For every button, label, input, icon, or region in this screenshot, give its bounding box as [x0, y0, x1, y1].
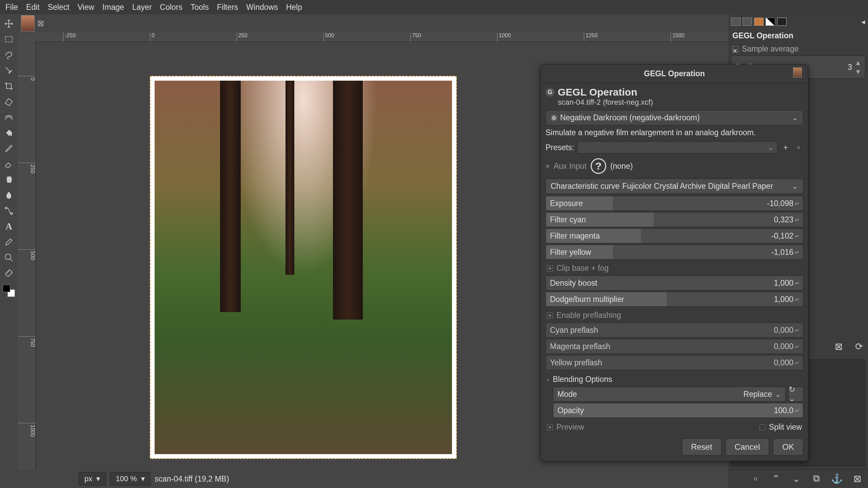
- spinner-icon[interactable]: ▴▾: [795, 323, 801, 337]
- operation-select[interactable]: G Negative Darkroom (negative-darkroom) …: [546, 110, 803, 125]
- dock-icon[interactable]: [754, 18, 764, 26]
- new-icon[interactable]: ▫: [750, 473, 761, 484]
- menu-help[interactable]: Help: [282, 1, 306, 14]
- up-icon[interactable]: ⌃: [770, 473, 781, 484]
- dock-icon[interactable]: [743, 18, 752, 26]
- spinner-icon[interactable]: ▴▾: [795, 196, 801, 210]
- anchor-icon[interactable]: ⚓: [831, 473, 842, 484]
- dock-icon[interactable]: [766, 18, 775, 26]
- paintbrush-tool-icon[interactable]: [2, 142, 16, 155]
- sample-average-label: Sample average: [742, 44, 864, 54]
- reset-button[interactable]: Reset: [682, 439, 722, 455]
- enable-preflash-checkbox[interactable]: ×Enable preflashing: [546, 308, 803, 323]
- slider-value: 0,000: [774, 342, 793, 351]
- color-picker-tool-icon[interactable]: [2, 235, 16, 249]
- mode-switch-button[interactable]: ↻ ⌄: [788, 387, 803, 402]
- curve-select[interactable]: Characteristic curve Fujicolor Crystal A…: [546, 179, 803, 194]
- clip-base-checkbox[interactable]: ×Clip base + fog: [546, 261, 803, 276]
- tab-close-icon[interactable]: ⊠: [37, 19, 44, 28]
- save-preset-icon[interactable]: ▫: [794, 143, 803, 152]
- zoom-tool-icon[interactable]: [2, 251, 16, 264]
- zoom-select[interactable]: 100 % ▾: [110, 472, 151, 486]
- free-select-tool-icon[interactable]: [2, 48, 16, 62]
- ruler-tick: 1000: [18, 423, 36, 437]
- menu-tools[interactable]: Tools: [186, 1, 213, 14]
- spinner-icon[interactable]: ▴▾: [795, 292, 801, 306]
- menu-edit[interactable]: Edit: [22, 1, 44, 14]
- ruler-vertical[interactable]: 0 250 500 750 1000: [18, 42, 36, 470]
- rect-select-tool-icon[interactable]: [2, 33, 16, 46]
- eraser-tool-icon[interactable]: [2, 157, 16, 171]
- exposure-slider[interactable]: Exposure-10,098▴▾: [546, 196, 803, 211]
- canvas-image[interactable]: [150, 76, 457, 459]
- blending-section[interactable]: -Blending Options: [546, 371, 803, 385]
- smudge-tool-icon[interactable]: [2, 188, 16, 202]
- checkbox-icon[interactable]: ×: [732, 46, 738, 52]
- warp-tool-icon[interactable]: [2, 110, 16, 124]
- bucket-fill-tool-icon[interactable]: [2, 126, 16, 140]
- presets-combo[interactable]: ⌄: [577, 141, 777, 154]
- cancel-button[interactable]: Cancel: [726, 439, 769, 455]
- menu-layer[interactable]: Layer: [128, 1, 156, 14]
- ruler-horizontal[interactable]: -250 0 250 500 750 1000 1250 1500: [36, 33, 728, 42]
- spinner-icon[interactable]: ▴▾: [795, 212, 801, 227]
- color-swatch[interactable]: [3, 285, 15, 297]
- ok-button[interactable]: OK: [773, 439, 803, 455]
- checkbox-icon[interactable]: ×: [547, 265, 553, 271]
- menu-image[interactable]: Image: [98, 1, 128, 14]
- spinner-icon[interactable]: ▴▾: [795, 229, 801, 243]
- filter-yellow-slider[interactable]: Filter yellow-1,016▴▾: [546, 245, 803, 260]
- sample-average-row[interactable]: × Sample average: [728, 42, 868, 56]
- path-tool-icon[interactable]: [2, 204, 16, 218]
- opacity-slider[interactable]: Opacity100,0▴▾: [553, 403, 803, 418]
- delete-icon[interactable]: ⊠: [852, 473, 863, 484]
- transform-tool-icon[interactable]: [2, 95, 16, 108]
- preview-checkbox[interactable]: ×: [547, 424, 553, 430]
- dock-icon[interactable]: [731, 18, 741, 26]
- menu-file[interactable]: File: [1, 1, 22, 14]
- add-preset-icon[interactable]: +: [781, 143, 790, 152]
- density-boost-slider[interactable]: Density boost1,000▴▾: [546, 276, 803, 290]
- spinner-icon[interactable]: ▴▾: [795, 403, 801, 418]
- mode-combo[interactable]: ModeReplace⌄: [553, 387, 786, 402]
- filter-cyan-slider[interactable]: Filter cyan0,323▴▾: [546, 212, 803, 227]
- text-tool-icon[interactable]: A: [2, 220, 16, 233]
- spinner-icon[interactable]: ▴▾: [795, 355, 801, 370]
- collapse-icon[interactable]: -: [547, 375, 549, 384]
- fuzzy-select-tool-icon[interactable]: [2, 64, 16, 77]
- dock-icon[interactable]: [777, 18, 787, 26]
- slider-label: Magenta preflash: [550, 342, 610, 351]
- crop-tool-icon[interactable]: [2, 79, 16, 93]
- checkbox-icon[interactable]: ×: [547, 312, 553, 319]
- menu-select[interactable]: Select: [44, 1, 74, 14]
- slider-value: -1,016: [771, 248, 793, 257]
- svg-rect-0: [5, 37, 13, 42]
- refresh-icon[interactable]: ⟳: [854, 341, 864, 351]
- spinner-icon[interactable]: ▴▾: [795, 339, 801, 353]
- spinner-icon[interactable]: ▴▾: [795, 276, 801, 290]
- spinner-icon[interactable]: ▴▾: [855, 58, 861, 76]
- dock-menu-icon[interactable]: ◂: [861, 17, 865, 26]
- menu-view[interactable]: View: [74, 1, 98, 14]
- menu-colors[interactable]: Colors: [156, 1, 186, 14]
- cyan-preflash-slider[interactable]: Cyan preflash0,000▴▾: [546, 323, 803, 338]
- menu-windows[interactable]: Windows: [242, 1, 282, 14]
- spinner-icon[interactable]: ▴▾: [795, 245, 801, 259]
- image-tab-thumb[interactable]: [21, 15, 35, 32]
- move-tool-icon[interactable]: [2, 17, 16, 30]
- magenta-preflash-slider[interactable]: Magenta preflash0,000▴▾: [546, 339, 803, 354]
- dodge-burn-slider[interactable]: Dodge/burn multiplier1,000▴▾: [546, 292, 803, 307]
- filter-magenta-slider[interactable]: Filter magenta-0,102▴▾: [546, 228, 803, 243]
- menu-filters[interactable]: Filters: [213, 1, 242, 14]
- split-view-checkbox[interactable]: [760, 424, 766, 430]
- reset-aux-icon[interactable]: ×: [546, 162, 550, 170]
- dialog-titlebar[interactable]: GEGL Operation ✕: [541, 65, 808, 83]
- close-tab-icon[interactable]: ⊠: [833, 341, 844, 351]
- unit-select[interactable]: px ▾: [79, 472, 106, 486]
- down-icon[interactable]: ⌄: [791, 473, 802, 484]
- question-icon[interactable]: ?: [591, 158, 606, 174]
- measure-tool-icon[interactable]: [2, 266, 16, 280]
- duplicate-icon[interactable]: ⧉: [811, 473, 822, 484]
- clone-tool-icon[interactable]: [2, 173, 16, 186]
- yellow-preflash-slider[interactable]: Yellow preflash0,000▴▾: [546, 355, 803, 370]
